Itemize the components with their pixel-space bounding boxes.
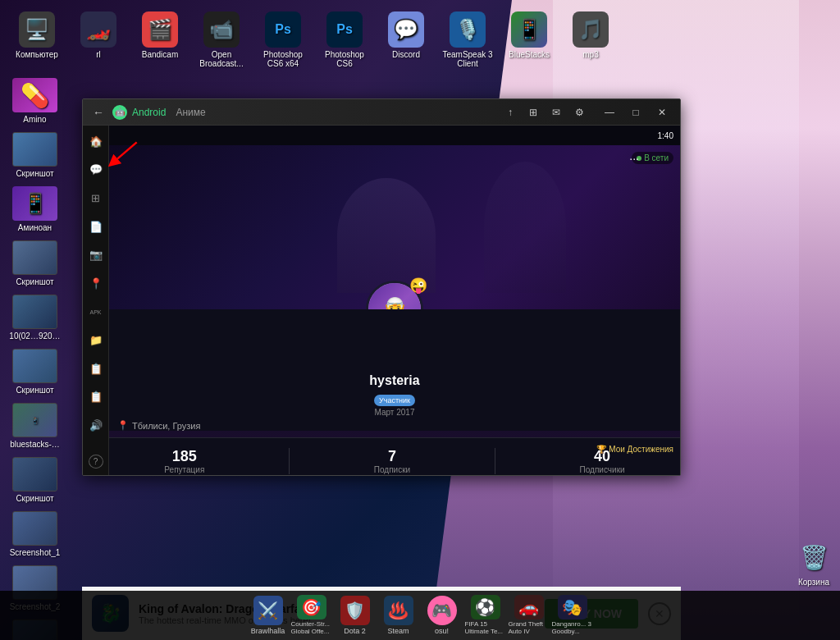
maximize-button[interactable]: □ bbox=[624, 104, 647, 121]
amino-banner: В сети ··· 🧝 😜 bbox=[109, 145, 680, 309]
bluestacks-window: ← 🤖 Android Аниме ↑ ⊞ ✉ ⚙ — □ ✕ 🏠 💬 ⊞ 📄 … bbox=[82, 98, 681, 476]
desktop-icon-mp3[interactable]: 🎵 mp3 bbox=[562, 8, 619, 62]
desktop-icon-screenshot3[interactable]: 10(02…920… bbox=[4, 295, 66, 341]
taskbar-brawlhalla[interactable]: ⚔️ Brawlhalla bbox=[248, 595, 289, 636]
profile-badge: Участник bbox=[374, 395, 415, 406]
desktop-icon-kompyuter[interactable]: 🖥️ Компьютер bbox=[8, 8, 66, 62]
taskbar-fifa[interactable]: ⚽ FIFA 15 Ultimate Te... bbox=[465, 595, 506, 636]
kompyuter-icon: 🖥️ bbox=[19, 11, 55, 48]
titlebar-mail-btn[interactable]: ✉ bbox=[547, 103, 565, 121]
taskbar: ⚔️ Brawlhalla 🎯 Counter-Str... Global Of… bbox=[0, 591, 840, 640]
desktop-icon-teamspeak[interactable]: 🎙️ TeamSpeak 3 Client bbox=[439, 8, 496, 71]
profile-emoji: 😜 bbox=[409, 277, 427, 295]
sidebar-icon-apk[interactable]: APK bbox=[86, 303, 106, 322]
teamspeak-icon: 🎙️ bbox=[450, 11, 486, 48]
dota2-icon: 🛡️ bbox=[340, 596, 370, 625]
sidebar-icon-note[interactable]: 📄 bbox=[86, 217, 106, 236]
csgo-icon: 🎯 bbox=[297, 595, 326, 619]
titlebar-upload-btn[interactable]: ↑ bbox=[501, 103, 519, 121]
nav-back-button[interactable]: ← bbox=[89, 104, 107, 121]
desktop-icon-bluestacks-s[interactable]: 📱 bluestacks-… bbox=[4, 403, 66, 449]
sidebar-icon-chat[interactable]: 💬 bbox=[86, 161, 106, 180]
desktop-icon-amino[interactable]: 💊 Amino bbox=[4, 78, 66, 124]
app-content: 1:40 В сети ··· bbox=[109, 126, 680, 475]
profile-info-area: hysteria Участник Март 2017 📍 Тбилиси, Г… bbox=[109, 309, 680, 431]
photoshop-cs6-icon: Ps bbox=[326, 11, 363, 48]
taskbar-dota2[interactable]: 🛡️ Dota 2 bbox=[335, 595, 376, 636]
screenshot-1-thumb bbox=[12, 511, 57, 546]
desktop-icon-rl[interactable]: 🏎️ rl bbox=[70, 8, 127, 62]
mp3-icon: 🎵 bbox=[573, 11, 609, 48]
screenshot3-thumb bbox=[12, 295, 57, 329]
amino-app: 1:40 В сети ··· bbox=[109, 126, 680, 475]
screenshot2-thumb bbox=[12, 240, 57, 275]
stat-reputation: 185 Репутация bbox=[164, 448, 204, 474]
discord-icon: 💬 bbox=[388, 11, 424, 48]
taskbar-osu[interactable]: 🎮 osu! bbox=[422, 595, 463, 636]
desktop-icon-bandicam[interactable]: 🎬 Bandicam bbox=[131, 8, 189, 62]
desktop-icon-discord[interactable]: 💬 Discord bbox=[377, 8, 435, 62]
android-logo: 🤖 bbox=[112, 105, 127, 120]
sidebar-icon-camera[interactable]: 📷 bbox=[86, 246, 106, 265]
sidebar-icon-home[interactable]: 🏠 bbox=[86, 132, 106, 151]
desktop-icon-trash[interactable]: 🗑️ Корзина bbox=[796, 539, 832, 587]
titlebar-controls: ↑ ⊞ ✉ ⚙ — □ ✕ bbox=[501, 103, 673, 121]
titlebar-grid-btn[interactable]: ⊞ bbox=[524, 103, 542, 121]
location-info: 📍 Тбилиси, Грузия bbox=[117, 420, 672, 431]
obs-icon: 📹 bbox=[203, 11, 240, 48]
brawlhalla-icon: ⚔️ bbox=[253, 596, 283, 625]
desktop-icon-ps-x64[interactable]: Ps Photoshop CS6 x64 bbox=[254, 8, 312, 71]
minimize-button[interactable]: — bbox=[598, 104, 621, 121]
sidebar-icon-clipboard1[interactable]: 📋 bbox=[86, 359, 106, 378]
desktop-icon-screenshot5[interactable]: Скриншот bbox=[4, 457, 66, 503]
achievements-button[interactable]: 🏆 Мои Достижения bbox=[596, 445, 673, 454]
desktop-icons-top: 🖥️ Компьютер 🏎️ rl 🎬 Bandicam 📹 Open Bro… bbox=[0, 4, 840, 75]
fifa-icon: ⚽ bbox=[471, 595, 500, 619]
taskbar-danganronpa[interactable]: 🎭 Danganro... 3 Goodby... bbox=[552, 595, 593, 636]
titlebar-settings-btn[interactable]: ⚙ bbox=[570, 103, 588, 121]
amino-statusbar: 1:40 bbox=[109, 126, 680, 145]
titlebar-icons: ↑ ⊞ ✉ ⚙ bbox=[501, 103, 588, 121]
trash-icon: 🗑️ bbox=[796, 539, 832, 575]
desktop-icon-obs[interactable]: 📹 Open Broadcast... bbox=[193, 8, 250, 71]
sidebar-icon-volume[interactable]: 🔊 bbox=[86, 416, 106, 435]
sidebar-icon-folder[interactable]: 📁 bbox=[86, 331, 106, 350]
rl-icon: 🏎️ bbox=[80, 11, 116, 48]
titlebar-left: ← 🤖 Android Аниме bbox=[89, 104, 206, 121]
close-button[interactable]: ✕ bbox=[651, 104, 673, 121]
profile-username: hysteria bbox=[117, 373, 672, 388]
steam-icon: ♨️ bbox=[384, 596, 413, 625]
desktop-icon-aminoan[interactable]: 📱 Аминоан bbox=[4, 186, 66, 232]
sidebar-icon-map[interactable]: 📍 bbox=[86, 274, 106, 293]
more-options-button[interactable]: ··· bbox=[629, 152, 639, 165]
stats-row: 185 Репутация 7 Подписки 40 Подписчики � bbox=[109, 437, 680, 475]
desktop-icon-screenshot2[interactable]: Скриншот bbox=[4, 240, 66, 286]
osu-icon: 🎮 bbox=[427, 596, 457, 625]
aminoan-icon: 📱 bbox=[12, 186, 57, 221]
bluestacks-icon: 📱 bbox=[511, 11, 547, 48]
window-titlebar: ← 🤖 Android Аниме ↑ ⊞ ✉ ⚙ — □ ✕ bbox=[83, 99, 680, 126]
desktop-icon-screenshot1[interactable]: Скриншот bbox=[4, 132, 66, 178]
desktop-icon-screenshot4[interactable]: Скриншот bbox=[4, 349, 66, 395]
taskbar-steam[interactable]: ♨️ Steam bbox=[378, 595, 419, 636]
sidebar-icon-help[interactable]: ? bbox=[89, 455, 103, 469]
bandicam-icon: 🎬 bbox=[142, 11, 178, 48]
taskbar-items: ⚔️ Brawlhalla 🎯 Counter-Str... Global Of… bbox=[4, 595, 836, 636]
profile-join-date: Март 2017 bbox=[117, 408, 672, 417]
stat-following: 7 Подписки bbox=[374, 448, 410, 474]
window-title: Аниме bbox=[176, 107, 205, 118]
desktop-icon-bluestacks[interactable]: 📱 BlueStacks bbox=[500, 8, 558, 62]
taskbar-gta[interactable]: 🚗 Grand Theft Auto IV bbox=[509, 595, 550, 636]
desktop-icon-screenshot-1[interactable]: Screenshot_1 bbox=[4, 511, 66, 557]
desktop-icon-ps-cs6[interactable]: Ps Photoshop CS6 bbox=[316, 8, 373, 71]
status-time: 1:40 bbox=[658, 131, 673, 140]
screenshot1-thumb bbox=[12, 132, 57, 167]
sidebar-icon-clipboard2[interactable]: 📋 bbox=[86, 388, 106, 407]
screenshot4-thumb bbox=[12, 349, 57, 383]
titlebar-nav: ← bbox=[89, 104, 107, 121]
sidebar-icon-grid[interactable]: ⊞ bbox=[86, 189, 106, 208]
photoshop-x64-icon: Ps bbox=[265, 11, 301, 48]
gta-icon: 🚗 bbox=[514, 595, 544, 619]
window-content: 🏠 💬 ⊞ 📄 📷 📍 APK 📁 📋 📋 🔊 ? 1:40 bbox=[83, 126, 680, 475]
taskbar-csgo[interactable]: 🎯 Counter-Str... Global Offe... bbox=[291, 595, 332, 636]
